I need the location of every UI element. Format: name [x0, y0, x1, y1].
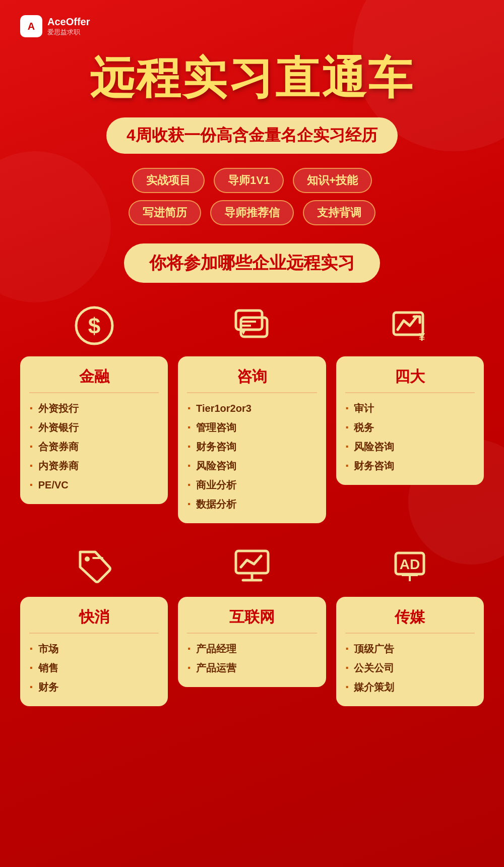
internet-item: 产品经理 [187, 642, 317, 656]
fmcg-items: 市场 销售 财务 [29, 642, 159, 694]
industry-media: AD 传媒 顶级广告 公关公司 媒介策划 [336, 543, 484, 706]
internet-icon-area [229, 543, 275, 589]
internet-item: 产品运营 [187, 661, 317, 675]
internet-title: 互联网 [187, 607, 317, 634]
logo-area: A AceOffer 爱思益求职 [20, 15, 484, 37]
media-item: 公关公司 [345, 661, 475, 675]
svg-text:AD: AD [400, 556, 420, 572]
chat-icon [232, 305, 272, 346]
monitor-chart-icon [232, 546, 272, 586]
consulting-item: 管理咨询 [187, 420, 317, 435]
bigfour-icon-area: ¥ [387, 303, 432, 348]
fmcg-item: 销售 [29, 661, 159, 675]
subtitle-banner: 4周收获一份高含金量名企实习经历 [106, 117, 398, 154]
industry-grid-row1: $ 金融 外资投行 外资银行 合资券商 内资券商 PE/VC [20, 303, 484, 523]
logo-name: AceOffer [47, 16, 90, 28]
consulting-icon-area [229, 303, 275, 348]
consulting-item: 风险咨询 [187, 459, 317, 473]
fmcg-card: 快消 市场 销售 财务 [20, 597, 168, 706]
logo-subtitle: 爱思益求职 [47, 28, 90, 37]
tag-project: 实战项目 [132, 168, 205, 193]
industry-grid-row2: 快消 市场 销售 财务 互联网 产品经 [20, 543, 484, 706]
svg-text:¥: ¥ [419, 331, 425, 343]
finance-item: 合资券商 [29, 440, 159, 454]
industry-bigfour: ¥ 四大 审计 税务 风险咨询 财务咨询 [336, 303, 484, 523]
industry-finance: $ 金融 外资投行 外资银行 合资券商 内资券商 PE/VC [20, 303, 168, 523]
consulting-item: Tier1or2or3 [187, 401, 317, 415]
fmcg-item: 市场 [29, 642, 159, 656]
finance-icon-area: $ [72, 303, 117, 348]
consulting-items: Tier1or2or3 管理咨询 财务咨询 风险咨询 商业分析 数据分析 [187, 401, 317, 511]
consulting-card: 咨询 Tier1or2or3 管理咨询 财务咨询 风险咨询 商业分析 数据分析 [178, 356, 326, 523]
bigfour-item: 税务 [345, 420, 475, 435]
tags-row-1: 实战项目 导师1V1 知识+技能 [132, 168, 372, 193]
finance-item: PE/VC [29, 478, 159, 492]
main-title: 远程实习直通车 [20, 52, 484, 103]
bigfour-item: 财务咨询 [345, 459, 475, 473]
svg-text:$: $ [88, 314, 100, 338]
industry-consulting: 咨询 Tier1or2or3 管理咨询 财务咨询 风险咨询 商业分析 数据分析 [178, 303, 326, 523]
internet-card: 互联网 产品经理 产品运营 [178, 597, 326, 687]
finance-card: 金融 外资投行 外资银行 合资券商 内资券商 PE/VC [20, 356, 168, 504]
chart-yen-icon: ¥ [390, 305, 430, 346]
finance-items: 外资投行 外资银行 合资券商 内资券商 PE/VC [29, 401, 159, 492]
tag-skills: 知识+技能 [293, 168, 372, 193]
media-item: 顶级广告 [345, 642, 475, 656]
consulting-item: 财务咨询 [187, 440, 317, 454]
dollar-icon: $ [74, 305, 114, 346]
tag-mentor: 导师1V1 [214, 168, 284, 193]
tag-recommendation: 导师推荐信 [210, 200, 294, 225]
logo-icon: A [20, 15, 42, 37]
tag-resume: 写进简历 [129, 200, 201, 225]
bigfour-card: 四大 审计 税务 风险咨询 财务咨询 [336, 356, 484, 485]
bigfour-item: 风险咨询 [345, 440, 475, 454]
fmcg-icon-area [72, 543, 117, 589]
logo-letter: A [28, 21, 35, 32]
logo-text: AceOffer 爱思益求职 [47, 16, 90, 37]
media-items: 顶级广告 公关公司 媒介策划 [345, 642, 475, 694]
section-heading: 你将参加哪些企业远程实习 [124, 243, 380, 283]
tags-row-2: 写进简历 导师推荐信 支持背调 [129, 200, 375, 225]
tag-icon [74, 546, 114, 586]
finance-title: 金融 [29, 366, 159, 393]
industry-fmcg: 快消 市场 销售 财务 [20, 543, 168, 706]
media-icon-area: AD [387, 543, 432, 589]
consulting-item: 数据分析 [187, 497, 317, 511]
ad-icon: AD [390, 546, 430, 586]
internet-items: 产品经理 产品运营 [187, 642, 317, 675]
tags-container: 实战项目 导师1V1 知识+技能 写进简历 导师推荐信 支持背调 [20, 168, 484, 225]
consulting-item: 商业分析 [187, 478, 317, 492]
bigfour-title: 四大 [345, 366, 475, 393]
finance-item: 内资券商 [29, 459, 159, 473]
fmcg-title: 快消 [29, 607, 159, 634]
bigfour-items: 审计 税务 风险咨询 财务咨询 [345, 401, 475, 473]
media-title: 传媒 [345, 607, 475, 634]
consulting-title: 咨询 [187, 366, 317, 393]
tag-background: 支持背调 [303, 200, 375, 225]
media-card: 传媒 顶级广告 公关公司 媒介策划 [336, 597, 484, 706]
fmcg-item: 财务 [29, 680, 159, 694]
finance-item: 外资银行 [29, 420, 159, 435]
svg-point-10 [85, 556, 90, 562]
industry-internet: 互联网 产品经理 产品运营 [178, 543, 326, 706]
finance-item: 外资投行 [29, 401, 159, 415]
bigfour-item: 审计 [345, 401, 475, 415]
media-item: 媒介策划 [345, 680, 475, 694]
